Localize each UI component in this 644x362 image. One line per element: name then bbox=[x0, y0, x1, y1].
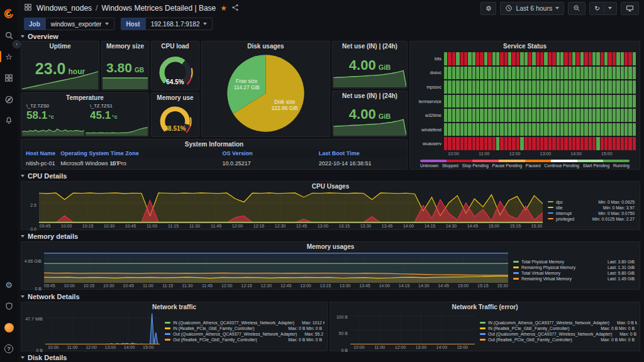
legend-series-name[interactable]: privileged bbox=[556, 217, 574, 221]
breadcrumb-folder[interactable]: Windows_nodes bbox=[36, 4, 92, 13]
job-variable[interactable]: Job windows_exporter bbox=[24, 18, 114, 30]
legend-series-name[interactable]: idle bbox=[556, 206, 563, 210]
legend-series-name[interactable]: IN (Qualcomm_Atheros_QCA9377_Wireless_Ne… bbox=[173, 321, 294, 325]
legend-series-name[interactable]: dpc bbox=[556, 200, 563, 204]
section-network-details[interactable]: Network Details bbox=[21, 293, 80, 300]
panel-title[interactable]: Memory use bbox=[152, 93, 199, 102]
status-bar bbox=[596, 67, 599, 80]
status-bar bbox=[592, 67, 596, 80]
status-bar bbox=[476, 52, 479, 65]
status-bar bbox=[584, 67, 587, 80]
panel-title[interactable]: System Information bbox=[21, 140, 407, 148]
legend-series-name[interactable]: IN (Qualcomm_Atheros_QCA9377_Wireless_Ne… bbox=[488, 321, 609, 325]
status-bar bbox=[536, 123, 540, 136]
legend-series-name[interactable]: Remaining Virtual Memory bbox=[521, 277, 572, 281]
panel-title[interactable]: Memory usages bbox=[21, 242, 640, 251]
grafana-logo-icon[interactable] bbox=[2, 7, 16, 21]
legend-series-name[interactable]: Out (Qualcomm_Atheros_QCA9377_Wireless_N… bbox=[173, 332, 297, 336]
starred-dashboards-icon[interactable]: ☆ bbox=[2, 50, 16, 63]
temperature-sensor-1: \_TZ.TZS1 45.1 °c bbox=[85, 102, 148, 136]
panel-title[interactable]: Net use (IN) | (24h) bbox=[333, 41, 407, 50]
panel-title[interactable]: Service Status bbox=[410, 41, 640, 50]
help-icon[interactable]: ? bbox=[2, 342, 16, 356]
dashboard-settings-button[interactable]: ⚙ bbox=[480, 2, 496, 15]
service-bars bbox=[444, 80, 636, 94]
x-tick-label: 11:00 bbox=[374, 345, 385, 349]
status-bar bbox=[500, 137, 503, 150]
panel-title[interactable]: Uptime bbox=[21, 41, 99, 50]
favorite-star-icon[interactable]: ★ bbox=[220, 4, 227, 13]
server-admin-shield-icon[interactable] bbox=[2, 299, 16, 313]
legend-series-name[interactable]: Out (Realtek_PCIe_GbE_Family_Controller) bbox=[173, 337, 257, 342]
legend-series-name[interactable]: interrupt bbox=[556, 211, 572, 216]
status-bar bbox=[613, 67, 616, 80]
section-memory-details[interactable]: Memory details bbox=[21, 233, 78, 240]
explore-compass-icon[interactable] bbox=[2, 92, 16, 106]
legend-series-name[interactable]: Total Virtual Memory bbox=[521, 271, 560, 275]
panel-title[interactable]: Temperature bbox=[21, 93, 148, 102]
kiosk-mode-button[interactable] bbox=[621, 2, 639, 15]
status-bar bbox=[468, 80, 471, 94]
status-bar bbox=[601, 67, 604, 80]
status-bar bbox=[460, 67, 464, 80]
legend-series-name[interactable]: Out (Realtek_PCIe_GbE_Family_Controller) bbox=[488, 337, 572, 342]
panel-title[interactable]: Memory size bbox=[102, 41, 148, 50]
status-bar bbox=[621, 95, 624, 108]
panel-title[interactable]: Disk usages bbox=[202, 41, 330, 50]
search-icon[interactable] bbox=[2, 28, 16, 42]
panel-title[interactable]: Network Traffic (error) bbox=[330, 302, 640, 311]
status-bar bbox=[580, 109, 584, 122]
legend-series-stat: Last: 1.31 GiB bbox=[602, 265, 635, 270]
table-header-cell[interactable]: Operating System bbox=[56, 148, 106, 158]
status-bar bbox=[452, 80, 455, 94]
y-tick-label: 0 B bbox=[341, 348, 348, 352]
status-bar bbox=[444, 95, 447, 108]
status-bar bbox=[516, 67, 519, 80]
status-bar bbox=[613, 95, 616, 108]
status-bar bbox=[592, 95, 596, 108]
dashboard-grid-icon[interactable] bbox=[24, 3, 32, 14]
zoom-out-button[interactable] bbox=[568, 2, 586, 15]
legend-series-name[interactable]: Total Physical Memory bbox=[521, 260, 564, 264]
section-label: Memory details bbox=[28, 233, 78, 240]
settings-gear-icon[interactable]: ⚙ bbox=[2, 278, 16, 292]
legend-series-stat: Last: 5.80 GiB bbox=[602, 271, 635, 275]
dashboards-grid-icon[interactable] bbox=[2, 71, 16, 85]
panel-title[interactable]: CPU Usages bbox=[21, 182, 640, 190]
refresh-button[interactable]: ↻ bbox=[589, 2, 617, 15]
section-cpu-details[interactable]: CPU Details bbox=[21, 172, 67, 180]
legend-swatch bbox=[165, 333, 170, 335]
user-avatar[interactable] bbox=[2, 321, 16, 334]
sidebar: › ☆ ⚙ ? bbox=[0, 0, 18, 362]
status-bar bbox=[484, 95, 487, 108]
status-bar bbox=[569, 137, 572, 150]
table-header-cell[interactable]: OS Version bbox=[218, 148, 314, 158]
chevron-down-icon bbox=[21, 356, 25, 359]
status-bar bbox=[633, 52, 636, 65]
section-overview[interactable]: Overview bbox=[21, 33, 58, 40]
breadcrumb-separator: / bbox=[96, 4, 97, 13]
status-bar bbox=[557, 109, 560, 122]
legend-series-name[interactable]: IN (Realtek_PCIe_GbE_Family_Controller) bbox=[488, 326, 570, 331]
status-bar bbox=[460, 123, 464, 136]
table-header-cell[interactable]: Host Name bbox=[21, 148, 56, 158]
legend-series-name[interactable]: IN (Realtek_PCIe_GbE_Family_Controller) bbox=[173, 326, 255, 331]
table-header-cell[interactable]: Last Boot Time bbox=[314, 148, 407, 158]
status-bar bbox=[528, 67, 531, 80]
legend-series-stat: Max: 0 B Min: 0 B bbox=[612, 321, 637, 325]
panel-title[interactable]: CPU load bbox=[152, 41, 199, 50]
host-variable[interactable]: Host 192.168.1.7:9182 bbox=[121, 18, 213, 30]
alerting-bell-icon[interactable] bbox=[2, 114, 16, 128]
legend-series-name[interactable]: Remaining Physical Memory bbox=[521, 265, 575, 270]
status-bar bbox=[608, 95, 611, 108]
panel-title[interactable]: Network traffic bbox=[21, 302, 327, 311]
status-bar bbox=[608, 123, 611, 136]
time-range-picker[interactable]: Last 6 hours bbox=[500, 2, 564, 15]
service-bars bbox=[444, 52, 636, 65]
legend-series-name[interactable]: Out (Qualcomm_Atheros_QCA9377_Wireless_N… bbox=[488, 332, 612, 336]
share-icon[interactable] bbox=[231, 3, 239, 14]
section-disk-details[interactable]: Disk Details bbox=[21, 354, 67, 361]
panel-title[interactable]: Net use (IN) | (24h) bbox=[333, 91, 407, 100]
table-header-cell[interactable]: Time Zone bbox=[106, 148, 218, 158]
sensor-unit: °c bbox=[112, 114, 118, 120]
